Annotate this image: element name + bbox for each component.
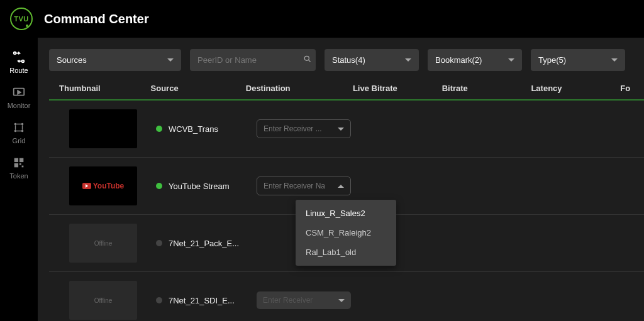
svg-rect-9 xyxy=(14,163,18,167)
svg-point-0 xyxy=(14,52,16,55)
header-live-bitrate: Live Bitrate xyxy=(353,84,442,93)
header-latency: Latency xyxy=(531,84,620,93)
svg-point-3 xyxy=(14,123,17,126)
table-header: Thumbnail Source Destination Live Bitrat… xyxy=(49,84,644,101)
svg-point-5 xyxy=(14,130,17,133)
source-name: 7Net_21_SDI_E... xyxy=(169,296,235,305)
sidebar: Route Monitor Grid Token xyxy=(0,38,38,321)
filter-bar: Sources Status(4) Bookmark(2) Type(5) xyxy=(49,49,644,71)
source-name: 7Net_21_Pack_E... xyxy=(169,239,239,248)
sidebar-item-route[interactable]: Route xyxy=(0,44,38,79)
destination-placeholder: Enter Receiver xyxy=(263,296,313,305)
status-dot-online xyxy=(156,126,162,132)
token-icon xyxy=(12,156,26,170)
sidebar-item-label: Monitor xyxy=(8,102,31,109)
thumbnail-offline: Offline xyxy=(69,224,137,263)
destination-placeholder: Enter Receiver ... xyxy=(264,124,322,133)
bookmark-select[interactable]: Bookmark(2) xyxy=(428,49,522,71)
logo-dot xyxy=(26,24,28,27)
thumbnail xyxy=(69,109,137,148)
route-icon xyxy=(12,50,26,64)
sidebar-item-label: Grid xyxy=(13,137,26,144)
app-title: Command Center xyxy=(44,12,149,26)
search-box[interactable] xyxy=(190,49,316,71)
status-dot-offline xyxy=(156,297,162,303)
svg-rect-10 xyxy=(19,163,21,165)
svg-rect-8 xyxy=(19,158,23,162)
svg-point-12 xyxy=(304,56,309,60)
header-format: Fo xyxy=(620,84,644,93)
svg-rect-11 xyxy=(22,166,24,168)
status-label: Status(4) xyxy=(332,55,365,65)
dropdown-item[interactable]: CSM_R_Raleigh2 xyxy=(296,223,396,242)
topbar: TVU Command Center xyxy=(0,0,644,38)
destination-select[interactable]: Enter Receiver xyxy=(257,291,351,309)
logo: TVU xyxy=(10,8,33,30)
main-panel: Sources Status(4) Bookmark(2) Type(5) xyxy=(38,38,644,321)
sidebar-item-token[interactable]: Token xyxy=(0,150,38,185)
chevron-down-icon xyxy=(338,299,345,302)
sidebar-item-label: Token xyxy=(9,172,28,180)
status-select[interactable]: Status(4) xyxy=(325,49,419,71)
sources-label: Sources xyxy=(57,55,87,65)
table-row: WCVB_Trans Enter Receiver ... xyxy=(49,101,644,158)
sources-select[interactable]: Sources xyxy=(49,49,181,71)
source-name: YouTube Stream xyxy=(169,182,230,191)
destination-select[interactable]: Enter Receiver ... xyxy=(257,119,351,138)
chevron-down-icon xyxy=(405,58,411,62)
table-row: Offline 7Net_21_SDI_E... Enter Receiver xyxy=(49,272,644,321)
destination-select[interactable]: Enter Receiver Na xyxy=(257,177,351,195)
type-label: Type(5) xyxy=(538,55,566,65)
dropdown-item[interactable]: Linux_R_Sales2 xyxy=(296,204,396,223)
svg-point-4 xyxy=(21,123,24,126)
sidebar-item-grid[interactable]: Grid xyxy=(0,114,38,150)
destination-placeholder: Enter Receiver Na xyxy=(264,182,325,190)
type-select[interactable]: Type(5) xyxy=(531,49,625,71)
header-destination: Destination xyxy=(246,84,353,93)
bookmark-label: Bookmark(2) xyxy=(435,55,482,65)
thumbnail-offline: Offline xyxy=(69,281,137,320)
destination-dropdown: Linux_R_Sales2 CSM_R_Raleigh2 Ral_Lab1_o… xyxy=(296,200,396,266)
thumbnail-youtube: YouTube xyxy=(69,166,137,205)
svg-point-1 xyxy=(22,60,25,63)
dropdown-item[interactable]: Ral_Lab1_old xyxy=(296,242,396,262)
search-icon xyxy=(303,55,312,65)
sidebar-item-monitor[interactable]: Monitor xyxy=(0,79,38,114)
chevron-up-icon xyxy=(338,185,344,188)
header-source: Source xyxy=(151,84,246,93)
monitor-icon xyxy=(12,85,26,99)
header-thumbnail: Thumbnail xyxy=(49,84,151,93)
status-dot-offline xyxy=(156,240,162,246)
chevron-down-icon xyxy=(508,58,514,62)
grid-icon xyxy=(12,121,26,134)
logo-text: TVU xyxy=(14,15,29,23)
sidebar-item-label: Route xyxy=(9,67,28,74)
status-dot-online xyxy=(156,183,162,189)
svg-point-6 xyxy=(21,130,24,133)
search-input[interactable] xyxy=(197,55,303,65)
chevron-down-icon xyxy=(338,128,344,131)
youtube-logo: YouTube xyxy=(82,182,125,190)
chevron-down-icon xyxy=(167,58,174,62)
source-name: WCVB_Trans xyxy=(169,124,218,134)
chevron-down-icon xyxy=(611,58,618,62)
svg-rect-7 xyxy=(14,158,18,162)
header-bitrate: Bitrate xyxy=(442,84,531,93)
